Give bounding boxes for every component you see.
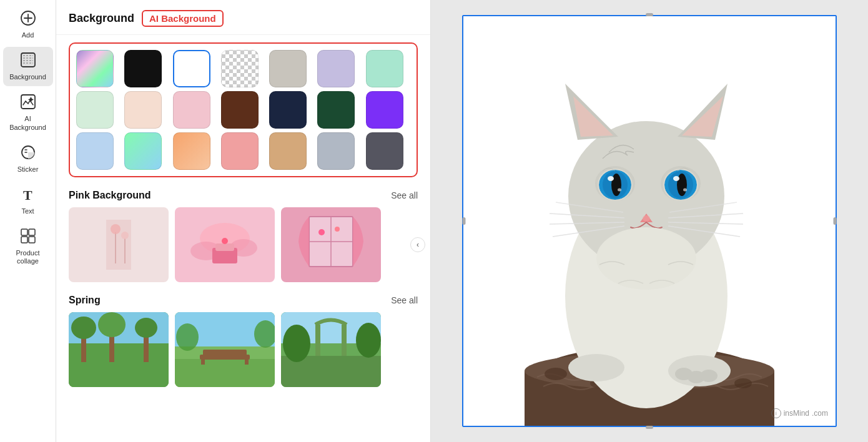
color-swatch-teal-gradient[interactable] <box>124 132 162 170</box>
pink-background-see-all[interactable]: See all <box>391 190 418 200</box>
svg-point-90 <box>618 189 621 192</box>
spring-thumb-2[interactable] <box>175 312 275 387</box>
svg-point-34 <box>335 227 340 232</box>
svg-text:T: T <box>23 187 32 202</box>
spring-title: Spring <box>69 295 101 306</box>
svg-point-58 <box>283 325 310 362</box>
color-swatch-dark-green[interactable] <box>317 91 355 129</box>
handle-right[interactable] <box>834 217 837 225</box>
spring-see-all[interactable]: See all <box>391 295 418 305</box>
sidebar-item-product-collage[interactable]: Product collage <box>3 223 53 270</box>
color-swatch-brown[interactable] <box>221 91 259 129</box>
color-swatch-light-green[interactable] <box>76 91 114 129</box>
svg-point-39 <box>71 317 96 339</box>
handle-left[interactable] <box>463 217 466 225</box>
color-grid <box>76 50 410 170</box>
color-swatch-purple[interactable] <box>366 91 403 129</box>
sidebar-sticker-label: Sticker <box>17 165 39 174</box>
color-swatch-lavender[interactable] <box>317 50 355 87</box>
svg-point-59 <box>356 323 381 358</box>
watermark: i insMind.com <box>771 408 828 418</box>
sidebar-product-collage-label: Product collage <box>6 249 51 265</box>
handle-top[interactable] <box>646 13 653 16</box>
sidebar: Add Background AI Background <box>0 0 56 442</box>
add-icon <box>20 10 36 29</box>
background-icon <box>20 52 36 71</box>
svg-rect-8 <box>21 95 35 109</box>
sticker-icon <box>20 144 36 163</box>
pink-background-images: ‹ <box>69 207 418 282</box>
svg-point-74 <box>568 354 624 381</box>
sidebar-item-text[interactable]: T Text <box>3 181 53 220</box>
pink-background-header: Pink Background See all <box>69 190 418 201</box>
panel-content: Pink Background See all <box>56 35 430 442</box>
svg-rect-50 <box>245 355 249 365</box>
svg-point-89 <box>673 176 679 181</box>
svg-point-28 <box>222 238 228 244</box>
spring-thumb-1[interactable] <box>69 312 169 387</box>
pink-bg-thumb-2[interactable] <box>175 207 275 282</box>
ai-background-icon <box>20 94 36 112</box>
ai-background-badge[interactable]: AI Background <box>142 10 224 27</box>
watermark-icon: i <box>771 408 781 418</box>
svg-point-73 <box>700 370 718 382</box>
color-swatch-white[interactable] <box>173 50 210 87</box>
svg-point-64 <box>545 368 567 380</box>
panel-collapse-arrow[interactable]: ‹ <box>410 237 425 252</box>
panel: Background AI Background Pink Background… <box>56 0 431 442</box>
svg-point-43 <box>135 318 157 338</box>
text-icon: T <box>20 186 36 205</box>
svg-rect-46 <box>175 359 275 387</box>
spring-header: Spring See all <box>69 295 418 306</box>
color-swatch-orange-gradient[interactable] <box>173 132 210 170</box>
sidebar-text-label: Text <box>21 207 34 215</box>
svg-rect-27 <box>215 243 234 251</box>
color-swatch-mint[interactable] <box>366 50 403 87</box>
color-swatch-light-gray[interactable] <box>269 50 307 87</box>
sidebar-item-add[interactable]: Add <box>3 5 53 44</box>
watermark-text: insMind <box>784 409 809 418</box>
canvas-area: i insMind.com <box>431 0 868 442</box>
color-swatch-sky-blue[interactable] <box>76 132 114 170</box>
sidebar-item-ai-background[interactable]: AI Background <box>3 89 53 136</box>
svg-rect-49 <box>201 355 205 365</box>
color-swatch-navy[interactable] <box>269 91 307 129</box>
color-swatch-silver[interactable] <box>317 132 355 170</box>
svg-point-33 <box>318 229 325 235</box>
color-swatch-salmon[interactable] <box>221 132 259 170</box>
panel-title: Background <box>69 12 134 25</box>
color-swatch-light-pink[interactable] <box>173 91 210 129</box>
panel-header: Background AI Background <box>56 0 430 35</box>
svg-point-21 <box>121 232 129 239</box>
svg-point-68 <box>734 378 752 388</box>
handle-bottom[interactable] <box>646 426 653 429</box>
pink-background-title: Pink Background <box>69 190 151 201</box>
pink-bg-thumb-1[interactable] <box>69 207 169 282</box>
spring-images <box>69 312 418 387</box>
svg-rect-14 <box>21 237 27 243</box>
color-swatch-black[interactable] <box>124 50 162 87</box>
canvas-content <box>462 15 837 427</box>
color-swatch-tan[interactable] <box>269 132 307 170</box>
svg-rect-48 <box>203 350 247 356</box>
sidebar-background-label: Background <box>9 73 46 81</box>
svg-point-95 <box>643 215 650 222</box>
sidebar-item-sticker[interactable]: Sticker <box>3 139 53 179</box>
svg-rect-12 <box>21 229 27 235</box>
svg-rect-13 <box>29 229 35 235</box>
color-swatch-dark-gray[interactable] <box>366 132 403 170</box>
pink-bg-thumb-3[interactable] <box>281 207 381 282</box>
color-swatch-gradient[interactable] <box>76 50 114 87</box>
canvas-frame: i insMind.com <box>462 15 837 427</box>
color-swatch-peach[interactable] <box>124 91 162 129</box>
svg-rect-15 <box>29 237 35 243</box>
color-swatch-transparent[interactable] <box>221 50 259 87</box>
watermark-domain: .com <box>812 409 828 418</box>
sidebar-add-label: Add <box>22 31 34 39</box>
product-collage-icon <box>20 228 36 247</box>
spring-thumb-3[interactable] <box>281 312 381 387</box>
svg-point-91 <box>683 189 687 192</box>
color-grid-container <box>69 42 418 177</box>
sidebar-item-background[interactable]: Background <box>3 47 53 86</box>
svg-point-41 <box>98 312 126 337</box>
